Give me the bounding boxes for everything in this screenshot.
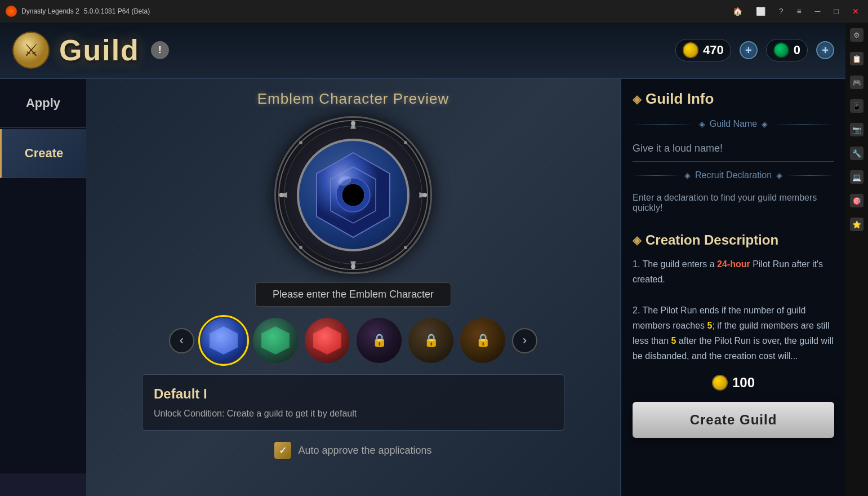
sys-icon-7[interactable]: 💻	[850, 170, 863, 184]
emblem-option-2[interactable]	[253, 318, 298, 363]
svg-marker-6	[350, 261, 356, 269]
sys-icon-8[interactable]: 🎯	[850, 194, 863, 207]
app-version: 5.0.0.1081 P64 (Beta)	[84, 7, 150, 15]
auto-approve-checkbox[interactable]: ✓	[274, 442, 291, 459]
emblem-name: Default I	[154, 386, 553, 402]
sys-icon-2[interactable]: 📋	[850, 52, 863, 65]
emblem-gem-svg	[302, 144, 404, 246]
emblem-preview	[274, 116, 432, 274]
menu-button[interactable]: ≡	[793, 6, 804, 17]
svg-text:⚔: ⚔	[24, 41, 39, 59]
guild-info-title: ◈ Guild Info	[633, 90, 834, 108]
gem-currency: 0	[766, 39, 808, 61]
app-name: Dynasty Legends 2	[21, 7, 79, 15]
svg-point-9	[422, 193, 427, 197]
svg-point-14	[299, 246, 302, 249]
title-bar-controls: 🏠 ⬜ ? ≡ ─ □ ✕	[729, 6, 862, 17]
svg-marker-5	[419, 192, 428, 198]
svg-point-10	[351, 264, 355, 269]
gem-value: 0	[794, 43, 800, 57]
sidebar-item-create[interactable]: Create	[0, 129, 86, 178]
divider-icon-2: ◈	[762, 119, 768, 129]
auto-approve-area[interactable]: ✓ Auto approve the applications	[274, 442, 431, 459]
add-gold-button[interactable]: +	[740, 41, 758, 59]
emblem-gem-2	[261, 326, 290, 355]
lock-icon-6: 🔒	[475, 333, 491, 348]
guild-name-divider: ◈ Guild Name ◈	[633, 119, 834, 129]
svg-point-8	[351, 121, 355, 126]
sys-icon-4[interactable]: 📱	[850, 99, 863, 113]
emblem-input-prompt[interactable]: Please enter the Emblem Character	[255, 282, 451, 307]
emblem-gem-3	[313, 326, 341, 355]
svg-point-13	[404, 246, 407, 249]
lock-icon-4: 🔒	[372, 333, 387, 348]
guild-name-input[interactable]: Give it a loud name!	[633, 136, 834, 162]
lock-overlay-4: 🔒	[357, 318, 402, 363]
minimize-button[interactable]: 🏠	[729, 6, 746, 17]
emblem-info-card: Default I Unlock Condition: Create a gui…	[142, 374, 564, 431]
recruit-divider: ◈ Recruit Declaration ◈	[633, 170, 834, 180]
svg-point-19	[342, 184, 364, 206]
emblem-outer-ring	[274, 116, 432, 274]
divider-icon-1: ◈	[699, 119, 705, 129]
lock-overlay-6: 🔒	[460, 318, 505, 363]
currency-area: 470 + 0 +	[675, 39, 834, 61]
emblem-option-6[interactable]: 🔒	[460, 318, 505, 363]
help-button[interactable]: ?	[776, 6, 787, 17]
emblem-inner-circle	[297, 139, 409, 251]
emblem-option-4[interactable]: 🔒	[357, 318, 402, 363]
emblem-option-1[interactable]	[201, 318, 246, 363]
guild-title-area: ⚔ Guild !	[11, 30, 169, 70]
recruit-input[interactable]: Enter a declaration to find your guild m…	[633, 187, 834, 221]
emblem-option-5[interactable]: 🔒	[408, 318, 453, 363]
title-bar: Dynasty Legends 2 5.0.0.1081 P64 (Beta) …	[0, 0, 868, 23]
window-close-button[interactable]: ✕	[849, 6, 862, 17]
emblem-option-3[interactable]	[305, 318, 350, 363]
title-bar-left: Dynasty Legends 2 5.0.0.1081 P64 (Beta)	[6, 6, 150, 17]
snapshot-button[interactable]: ⬜	[753, 6, 769, 17]
gold-value: 470	[703, 43, 724, 57]
main-content: Emblem Character Preview	[86, 79, 620, 496]
left-sidebar: Apply Create	[0, 79, 86, 473]
divider-icon-3: ◈	[684, 171, 691, 180]
svg-point-11	[279, 193, 284, 197]
guild-logo-icon: ⚔	[11, 30, 51, 70]
emblem-next-button[interactable]: ›	[512, 328, 537, 353]
sys-icon-1[interactable]: ⚙	[850, 28, 863, 42]
window-minimize-button[interactable]: ─	[812, 6, 824, 17]
diamond-icon-1: ◈	[633, 92, 641, 106]
diamond-icon-2: ◈	[633, 233, 641, 247]
emblem-preview-title: Emblem Character Preview	[257, 90, 449, 108]
desc-point1-prefix: 1. The guild enters a	[633, 259, 717, 269]
sys-icon-6[interactable]: 🔧	[850, 147, 863, 160]
emblem-unlock-condition: Unlock Condition: Create a guild to get …	[154, 409, 553, 419]
gem-icon	[773, 42, 789, 58]
svg-marker-4	[350, 121, 356, 129]
lock-overlay-5: 🔒	[408, 318, 453, 363]
sidebar-item-apply[interactable]: Apply	[0, 79, 86, 128]
exclaim-badge: !	[151, 41, 169, 59]
app-icon	[6, 6, 17, 17]
gold-currency: 470	[675, 39, 731, 61]
cost-value: 100	[732, 375, 755, 391]
desc-highlight-time: 24-hour	[717, 259, 750, 269]
auto-approve-label: Auto approve the applications	[298, 445, 431, 457]
sys-icon-5[interactable]: 📷	[850, 123, 863, 136]
emblem-selector: ‹ 🔒 🔒 🔒 ›	[97, 318, 609, 363]
add-gem-button[interactable]: +	[816, 41, 834, 59]
guild-title: Guild	[59, 33, 140, 67]
divider-icon-4: ◈	[776, 171, 782, 180]
emblem-gem-1	[210, 326, 238, 355]
game-header: ⚔ Guild ! 470 + 0 +	[0, 23, 845, 79]
svg-point-12	[404, 141, 407, 144]
coin-icon	[683, 42, 698, 58]
creation-desc-title: ◈ Creation Description	[633, 232, 834, 248]
svg-marker-7	[279, 192, 287, 198]
window-maximize-button[interactable]: □	[831, 6, 842, 17]
cost-coin-icon	[712, 375, 728, 391]
right-panel: ◈ Guild Info ◈ Guild Name ◈ Give it a lo…	[620, 79, 845, 496]
create-guild-button[interactable]: Create Guild	[633, 402, 834, 438]
emblem-prev-button[interactable]: ‹	[169, 328, 194, 353]
sys-icon-9[interactable]: ⭐	[850, 218, 863, 231]
sys-icon-3[interactable]: 🎮	[850, 76, 863, 89]
